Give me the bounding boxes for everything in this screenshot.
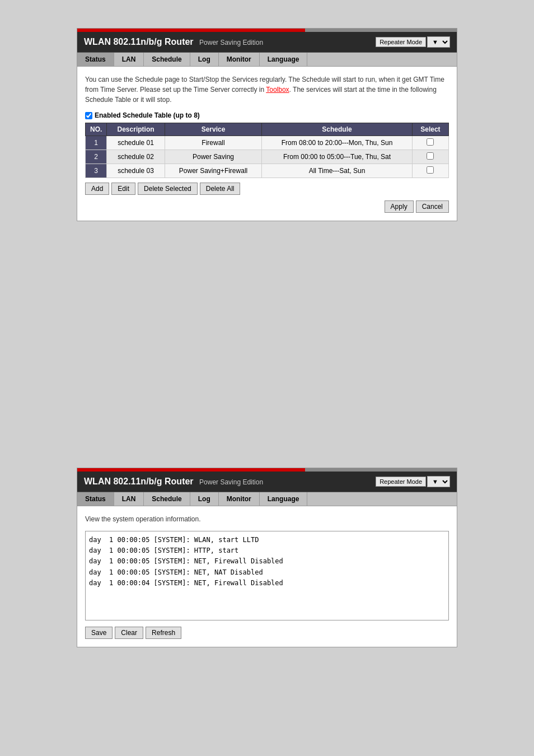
col-description: Description [107, 123, 165, 136]
nav-status-1[interactable]: Status [77, 53, 114, 66]
log-textarea[interactable] [85, 531, 449, 620]
add-button[interactable]: Add [85, 183, 109, 195]
nav-language-1[interactable]: Language [260, 53, 308, 66]
cell-schedule: From 08:00 to 20:00---Mon, Thu, Sun [262, 136, 412, 150]
cell-no: 2 [86, 150, 107, 164]
nav-lan-1[interactable]: LAN [114, 53, 144, 66]
nav-log-2[interactable]: Log [190, 492, 219, 506]
col-service: Service [165, 123, 262, 136]
nav-monitor-1[interactable]: Monitor [219, 53, 260, 66]
panel1-title-bold: WLAN 802.11n/b/g Router [84, 37, 194, 46]
panel2-body: View the system operation information. S… [77, 506, 457, 647]
cell-no: 3 [86, 164, 107, 178]
col-schedule: Schedule [262, 123, 412, 136]
cell-select[interactable] [412, 150, 448, 164]
panel1-header: WLAN 802.11n/b/g Router Power Saving Edi… [77, 32, 457, 53]
nav-status-2[interactable]: Status [77, 492, 114, 506]
table-row: 2 schedule 02 Power Saving From 00:00 to… [86, 150, 449, 164]
panel1-body: You can use the Schedule page to Start/S… [77, 67, 457, 221]
table-row: 1 schedule 01 Firewall From 08:00 to 20:… [86, 136, 449, 150]
repeater-mode-button[interactable]: Repeater Mode [376, 37, 426, 47]
cell-schedule: All Time---Sat, Sun [262, 164, 412, 178]
cell-description: schedule 02 [107, 150, 165, 164]
repeater-mode-select-2[interactable]: ▼ [427, 476, 450, 487]
nav-schedule-2[interactable]: Schedule [144, 492, 190, 506]
repeater-mode-button-2[interactable]: Repeater Mode [376, 477, 426, 487]
repeater-mode-container: Repeater Mode ▼ [376, 36, 450, 48]
col-select: Select [412, 123, 448, 136]
cell-select[interactable] [412, 136, 448, 150]
table-row: 3 schedule 03 Power Saving+Firewall All … [86, 164, 449, 178]
cell-select[interactable] [412, 164, 448, 178]
panel1-title-sub: Power Saving Edition [199, 39, 263, 46]
clear-button[interactable]: Clear [115, 627, 143, 639]
panel1-title: WLAN 802.11n/b/g Router Power Saving Edi… [84, 37, 263, 47]
cancel-button[interactable]: Cancel [416, 200, 449, 213]
schedule-table: NO. Description Service Schedule Select … [85, 123, 449, 178]
nav-schedule-1[interactable]: Schedule [144, 53, 190, 66]
delete-all-button[interactable]: Delete All [200, 183, 241, 195]
panel2-title-sub: Power Saving Edition [199, 478, 263, 486]
cell-no: 1 [86, 136, 107, 150]
nav-language-2[interactable]: Language [260, 492, 308, 506]
cell-description: schedule 01 [107, 136, 165, 150]
edit-button[interactable]: Edit [111, 183, 135, 195]
save-button[interactable]: Save [85, 627, 113, 639]
log-panel: WLAN 802.11n/b/g Router Power Saving Edi… [77, 468, 457, 647]
nav-monitor-2[interactable]: Monitor [219, 492, 260, 506]
log-view-text: View the system operation information. [85, 514, 449, 524]
apply-row: Apply Cancel [85, 200, 449, 213]
panel2-title: WLAN 802.11n/b/g Router Power Saving Edi… [84, 477, 263, 487]
delete-selected-button[interactable]: Delete Selected [138, 183, 198, 195]
action-row: Add Edit Delete Selected Delete All [85, 183, 449, 195]
row-checkbox[interactable] [427, 152, 434, 160]
cell-service: Power Saving [165, 150, 262, 164]
apply-button[interactable]: Apply [385, 200, 414, 213]
schedule-panel: WLAN 802.11n/b/g Router Power Saving Edi… [77, 28, 457, 221]
row-checkbox[interactable] [427, 138, 434, 146]
cell-service: Firewall [165, 136, 262, 150]
panel2-title-bold: WLAN 802.11n/b/g Router [84, 477, 194, 486]
cell-schedule: From 00:00 to 05:00---Tue, Thu, Sat [262, 150, 412, 164]
refresh-button[interactable]: Refresh [146, 627, 181, 639]
cell-service: Power Saving+Firewall [165, 164, 262, 178]
panel1-nav: Status LAN Schedule Log Monitor Language [77, 53, 457, 67]
cell-description: schedule 03 [107, 164, 165, 178]
panel2-header: WLAN 802.11n/b/g Router Power Saving Edi… [77, 472, 457, 492]
enabled-label: Enabled Schedule Table (up to 8) [85, 111, 449, 119]
col-no: NO. [86, 123, 107, 136]
log-action-row: Save Clear Refresh [85, 627, 449, 639]
repeater-mode-select[interactable]: ▼ [427, 36, 450, 48]
nav-log-1[interactable]: Log [190, 53, 219, 66]
row-checkbox[interactable] [427, 166, 434, 174]
toolbox-link[interactable]: Toolbox [266, 86, 289, 94]
enabled-checkbox[interactable] [85, 112, 92, 119]
repeater-mode-container-2: Repeater Mode ▼ [376, 476, 450, 487]
nav-lan-2[interactable]: LAN [114, 492, 144, 506]
schedule-description: You can use the Schedule page to Start/S… [85, 74, 449, 105]
panel2-nav: Status LAN Schedule Log Monitor Language [77, 492, 457, 506]
